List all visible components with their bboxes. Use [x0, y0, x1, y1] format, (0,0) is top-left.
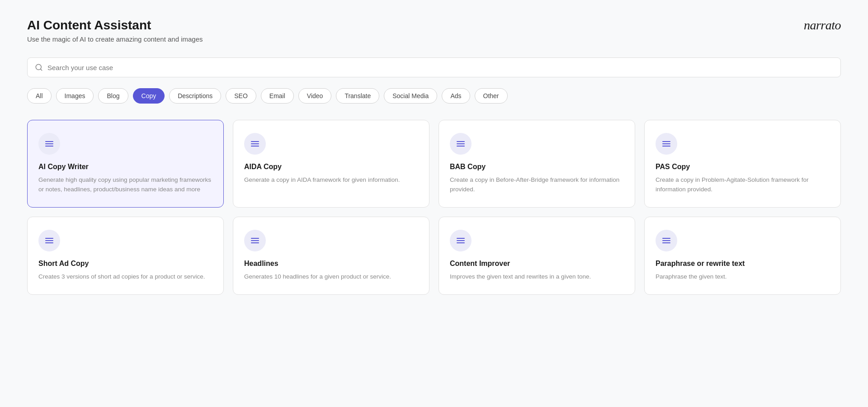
card-description: Paraphrase the given text. [656, 272, 830, 282]
logo: narrato [804, 18, 841, 33]
card-pas-copy[interactable]: PAS Copy Create a copy in Problem-Agitat… [644, 120, 841, 208]
card-title: BAB Copy [450, 163, 624, 171]
card-description: Generate high quality copy using popular… [38, 175, 212, 194]
card-short-ad-copy[interactable]: Short Ad Copy Creates 3 versions of shor… [27, 217, 224, 295]
search-input[interactable] [47, 64, 833, 71]
filter-tab-other[interactable]: Other [475, 88, 508, 104]
filter-tab-translate[interactable]: Translate [336, 88, 379, 104]
filter-tab-social-media[interactable]: Social Media [384, 88, 437, 104]
card-icon-wrap [38, 230, 60, 251]
card-icon [662, 238, 670, 243]
card-content-improver[interactable]: Content Improver Improves the given text… [439, 217, 635, 295]
filter-tab-copy[interactable]: Copy [133, 88, 165, 104]
filter-tab-images[interactable]: Images [56, 88, 94, 104]
card-title: PAS Copy [656, 163, 830, 171]
card-icon [662, 141, 670, 147]
card-title: Short Ad Copy [38, 260, 212, 268]
search-icon [35, 63, 43, 71]
card-icon-wrap [450, 230, 472, 251]
card-description: Improves the given text and rewrites in … [450, 272, 624, 282]
card-description: Create a copy in Problem-Agitate-Solutio… [656, 175, 830, 194]
card-description: Creates 3 versions of short ad copies fo… [38, 272, 212, 282]
filter-tab-seo[interactable]: SEO [226, 88, 256, 104]
card-title: Paraphrase or rewrite text [656, 260, 830, 268]
card-title: AIDA Copy [244, 163, 418, 171]
card-title: Headlines [244, 260, 418, 268]
filter-tab-descriptions[interactable]: Descriptions [169, 88, 221, 104]
search-bar [27, 57, 841, 77]
card-icon [251, 141, 259, 147]
page-header: AI Content Assistant Use the magic of AI… [27, 18, 841, 43]
card-icon-wrap [656, 230, 677, 251]
card-icon [251, 238, 259, 243]
card-description: Generates 10 headlines for a given produ… [244, 272, 418, 282]
filter-tab-ads[interactable]: Ads [442, 88, 470, 104]
page-title: AI Content Assistant [27, 18, 203, 33]
card-bab-copy[interactable]: BAB Copy Create a copy in Before-After-B… [439, 120, 635, 208]
card-icon-wrap [38, 133, 60, 155]
card-description: Create a copy in Before-After-Bridge fra… [450, 175, 624, 194]
card-description: Generate a copy in AIDA framework for gi… [244, 175, 418, 185]
card-title: AI Copy Writer [38, 163, 212, 171]
svg-line-1 [40, 69, 42, 70]
card-icon-wrap [244, 133, 266, 155]
filter-tab-blog[interactable]: Blog [98, 88, 128, 104]
filter-tab-email[interactable]: Email [261, 88, 294, 104]
card-icon [457, 141, 465, 147]
card-paraphrase[interactable]: Paraphrase or rewrite text Paraphrase th… [644, 217, 841, 295]
card-title: Content Improver [450, 260, 624, 268]
card-headlines[interactable]: Headlines Generates 10 headlines for a g… [233, 217, 429, 295]
filter-tabs: AllImagesBlogCopyDescriptionsSEOEmailVid… [27, 88, 841, 104]
card-ai-copy-writer[interactable]: AI Copy Writer Generate high quality cop… [27, 120, 224, 208]
filter-tab-video[interactable]: Video [298, 88, 332, 104]
card-icon [45, 141, 53, 147]
card-icon [457, 238, 465, 243]
page-subtitle: Use the magic of AI to create amazing co… [27, 35, 203, 43]
title-block: AI Content Assistant Use the magic of AI… [27, 18, 203, 43]
cards-grid: AI Copy Writer Generate high quality cop… [27, 120, 841, 295]
filter-tab-all[interactable]: All [27, 88, 52, 104]
card-icon-wrap [450, 133, 472, 155]
card-icon-wrap [656, 133, 677, 155]
card-icon [45, 238, 53, 243]
card-aida-copy[interactable]: AIDA Copy Generate a copy in AIDA framew… [233, 120, 429, 208]
card-icon-wrap [244, 230, 266, 251]
